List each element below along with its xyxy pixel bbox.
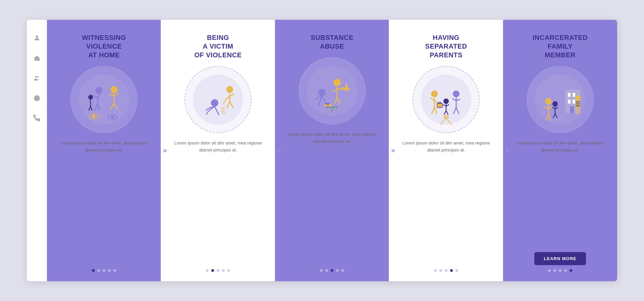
incarcerated-svg	[532, 71, 589, 128]
card1-description: Lorem ipsum dolor sit dim amet, mea regi…	[55, 140, 153, 264]
svg-rect-46	[340, 88, 351, 90]
dot-5-2	[553, 269, 556, 272]
card3-pagination	[320, 269, 344, 272]
svg-point-64	[453, 91, 460, 97]
svg-rect-62	[437, 103, 442, 108]
svg-point-3	[37, 76, 39, 78]
phone-icon[interactable]	[32, 114, 42, 123]
card3-illustration	[299, 57, 366, 124]
card3-description: Lorem ipsum dolor sit dim amet, mea regi…	[283, 131, 381, 264]
card5-illustration	[527, 66, 594, 133]
dot-5-5	[570, 269, 572, 272]
dot-2-1	[206, 269, 209, 272]
dot-5-4	[564, 269, 567, 272]
substance-abuse-svg	[304, 62, 361, 119]
svg-rect-1	[36, 59, 38, 61]
svg-point-49	[318, 89, 326, 96]
main-container: WITNESSING VIOLENCE AT HOME	[27, 20, 617, 281]
card5-title: INCARCERATED FAMILY MEMBER	[533, 33, 588, 59]
dot-1-1	[92, 269, 95, 272]
sidebar	[27, 20, 47, 281]
svg-point-56	[431, 91, 438, 97]
svg-point-0	[36, 36, 38, 38]
dot-5-1	[548, 269, 551, 272]
card-incarcerated-family: INCARCERATED FAMILY MEMBER	[503, 20, 617, 281]
cards-container: WITNESSING VIOLENCE AT HOME	[47, 20, 617, 281]
victim-violence-svg	[190, 71, 247, 128]
svg-rect-83	[570, 106, 574, 113]
dot-4-3	[445, 269, 447, 272]
card4-title: HAVING SEPARATED PARENTS	[425, 33, 467, 59]
gear-icon[interactable]	[32, 94, 42, 103]
svg-rect-79	[568, 93, 571, 97]
dot-4-1	[434, 269, 437, 272]
svg-point-28	[226, 86, 233, 93]
card2-title: BEING A VICTIM OF VIOLENCE	[194, 33, 241, 59]
card-victim-violence: BEING A VICTIM OF VIOLENCE	[161, 20, 275, 281]
svg-rect-52	[326, 103, 327, 105]
dot-3-4	[336, 269, 339, 272]
card2-pagination	[206, 269, 230, 272]
svg-rect-81	[568, 100, 571, 104]
card3-title: SUBSTANCE ABUSE	[311, 33, 353, 51]
svg-point-39	[333, 79, 341, 86]
svg-point-38	[307, 66, 357, 116]
dot-5-3	[559, 269, 561, 272]
svg-point-91	[545, 98, 552, 105]
home-icon[interactable]	[32, 53, 42, 63]
dot-2-3	[217, 269, 219, 272]
group-icon[interactable]	[32, 73, 42, 83]
arrow-4: »	[505, 146, 509, 155]
card5-pagination	[548, 269, 572, 272]
dot-3-1	[320, 269, 323, 272]
card1-title: WITNESSING VIOLENCE AT HOME	[82, 33, 126, 59]
arrow-1: »	[163, 146, 167, 155]
svg-point-5	[79, 74, 129, 125]
arrow-2: »	[277, 146, 281, 155]
dot-1-5	[113, 269, 116, 272]
card1-pagination	[92, 269, 116, 272]
card4-pagination	[434, 269, 458, 272]
svg-point-6	[111, 86, 117, 93]
dot-3-2	[325, 269, 328, 272]
svg-point-2	[35, 76, 37, 78]
dot-2-5	[227, 269, 230, 272]
dot-1-4	[108, 269, 111, 272]
svg-point-25	[111, 116, 114, 119]
dot-3-5	[341, 269, 344, 272]
dot-4-5	[455, 269, 458, 272]
card2-illustration	[184, 66, 252, 133]
user-icon[interactable]	[32, 33, 42, 43]
svg-point-12	[96, 87, 102, 94]
dot-2-2	[211, 269, 214, 272]
svg-rect-80	[573, 93, 575, 97]
dot-1-2	[97, 269, 100, 272]
separated-parents-svg	[418, 71, 475, 128]
card-witnessing-violence: WITNESSING VIOLENCE AT HOME	[47, 20, 161, 281]
card4-illustration	[413, 66, 480, 133]
dot-3-3	[331, 269, 333, 272]
svg-rect-82	[573, 100, 575, 104]
violence-home-svg	[75, 71, 132, 128]
card-separated-parents: HAVING SEPARATED PARENTS	[389, 20, 503, 281]
card-substance-abuse: SUBSTANCE ABUSE	[275, 20, 389, 281]
svg-point-76	[443, 115, 449, 120]
arrow-3: »	[391, 146, 395, 155]
svg-point-84	[575, 95, 581, 101]
svg-point-97	[552, 101, 558, 107]
svg-point-18	[88, 95, 93, 100]
card2-description: Lorem ipsum dolor sit dim amet, mea regi…	[169, 140, 267, 264]
svg-point-70	[443, 99, 449, 104]
outer-wrapper: WITNESSING VIOLENCE AT HOME	[0, 0, 644, 301]
dot-2-4	[222, 269, 225, 272]
learn-more-button[interactable]: LEARN MORE	[534, 252, 586, 265]
card5-description: Lorem ipsum dolor sit dim amet, mea regi…	[511, 140, 609, 249]
card4-description: Lorem ipsum dolor sit dim amet, mea regi…	[397, 140, 495, 264]
svg-line-37	[222, 113, 226, 113]
svg-point-26	[193, 74, 243, 125]
dot-1-3	[103, 269, 105, 272]
svg-rect-53	[328, 103, 329, 105]
dot-4-4	[450, 269, 453, 272]
svg-point-23	[92, 115, 96, 118]
svg-point-27	[211, 99, 218, 107]
